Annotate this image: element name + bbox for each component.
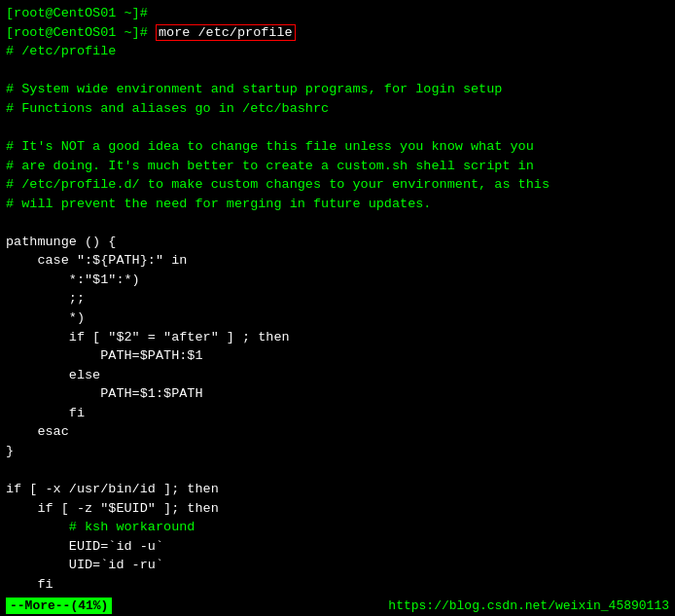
- line-2: [root@CentOS01 ~]# more /etc/profile: [6, 23, 669, 43]
- line-21: PATH=$1:$PATH: [6, 384, 669, 404]
- line-18: if [ "$2" = "after" ] ; then: [6, 328, 669, 347]
- line-6: # Functions and aliases go in /etc/bashr…: [6, 99, 669, 119]
- line-23: esac: [6, 422, 669, 442]
- more-indicator: --More--(41%): [6, 598, 112, 614]
- line-5: # System wide environment and startup pr…: [6, 80, 669, 99]
- prompt-2: [root@CentOS01 ~]#: [6, 25, 156, 40]
- line-26: if [ -x /usr/bin/id ]; then: [6, 480, 669, 499]
- status-bar: --More--(41%) https://blog.csdn.net/weix…: [0, 595, 675, 616]
- line-3: # /etc/profile: [6, 42, 669, 61]
- line-17: *): [6, 308, 669, 328]
- line-28: # ksh workaround: [6, 518, 669, 537]
- line-9: # are doing. It's much better to create …: [6, 157, 669, 176]
- line-7: [6, 118, 669, 137]
- line-19: PATH=$PATH:$1: [6, 346, 669, 366]
- url-text: https://blog.csdn.net/weixin_45890113: [388, 598, 669, 613]
- line-13: pathmunge () {: [6, 233, 669, 252]
- line-8: # It's NOT a good idea to change this fi…: [6, 137, 669, 157]
- command-highlight: more /etc/profile: [156, 24, 296, 41]
- line-27: if [ -z "$EUID" ]; then: [6, 499, 669, 519]
- line-1: [root@CentOS01 ~]#: [6, 4, 669, 23]
- line-25: [6, 461, 669, 481]
- line-20: else: [6, 366, 669, 385]
- line-29: EUID=`id -u`: [6, 537, 669, 557]
- line-30: UID=`id -ru`: [6, 556, 669, 575]
- line-22: fi: [6, 404, 669, 423]
- line-11: # will prevent the need for merging in f…: [6, 195, 669, 214]
- line-31: fi: [6, 575, 669, 595]
- line-12: [6, 213, 669, 233]
- line-10: # /etc/profile.d/ to make custom changes…: [6, 175, 669, 195]
- line-16: ;;: [6, 289, 669, 308]
- terminal-content: [root@CentOS01 ~]# [root@CentOS01 ~]# mo…: [0, 0, 675, 598]
- line-15: *:"$1":*): [6, 271, 669, 290]
- line-24: }: [6, 442, 669, 461]
- line-4: [6, 61, 669, 81]
- terminal-window: [root@CentOS01 ~]# [root@CentOS01 ~]# mo…: [0, 0, 675, 616]
- line-14: case ":${PATH}:" in: [6, 251, 669, 271]
